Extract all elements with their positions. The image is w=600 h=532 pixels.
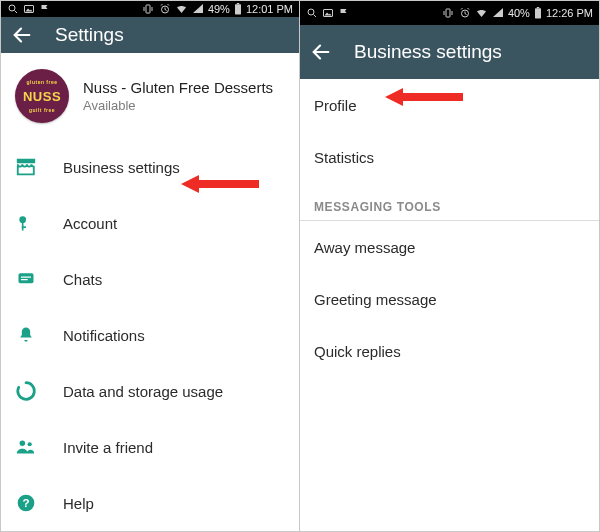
bell-icon (15, 324, 37, 346)
row-business-settings[interactable]: Business settings (1, 139, 299, 195)
svg-rect-4 (146, 5, 150, 13)
people-icon (15, 436, 37, 458)
avatar-text: NUSS (23, 89, 61, 104)
svg-point-28 (308, 9, 314, 15)
row-label: Help (63, 495, 94, 512)
business-settings-list: Profile Statistics MESSAGING TOOLS Away … (300, 79, 599, 377)
vibrate-icon (441, 7, 455, 19)
row-invite[interactable]: Invite a friend (1, 419, 299, 475)
back-button[interactable] (11, 24, 33, 46)
battery-icon (534, 7, 542, 19)
svg-line-38 (461, 8, 463, 10)
svg-rect-32 (446, 9, 450, 17)
chat-icon (15, 268, 37, 290)
svg-line-10 (161, 4, 163, 6)
flag-icon (338, 7, 350, 19)
svg-line-1 (15, 11, 18, 14)
svg-marker-3 (26, 9, 33, 12)
row-quick-replies[interactable]: Quick replies (300, 325, 599, 377)
row-profile[interactable]: Profile (300, 79, 599, 131)
row-label: Invite a friend (63, 439, 153, 456)
battery-icon (234, 3, 242, 15)
svg-point-24 (28, 442, 32, 446)
row-greeting-message[interactable]: Greeting message (300, 273, 599, 325)
search-icon (7, 3, 19, 15)
row-account[interactable]: Account (1, 195, 299, 251)
svg-text:?: ? (22, 496, 29, 509)
section-header-messaging: MESSAGING TOOLS (300, 183, 599, 221)
battery-text: 40% (508, 7, 530, 19)
avatar: gluten free NUSS guilt free (15, 69, 69, 123)
svg-rect-14 (237, 3, 239, 4)
svg-rect-21 (21, 277, 31, 278)
svg-line-11 (167, 4, 169, 6)
key-icon (15, 212, 37, 234)
row-label: Greeting message (314, 291, 437, 308)
row-chats[interactable]: Chats (1, 251, 299, 307)
wifi-icon (175, 3, 188, 15)
alarm-icon (459, 7, 471, 19)
row-away-message[interactable]: Away message (300, 221, 599, 273)
avatar-subtext-top: gluten free (26, 79, 57, 85)
svg-rect-19 (22, 226, 26, 228)
svg-marker-31 (325, 13, 332, 16)
battery-text: 49% (208, 3, 230, 15)
row-label: Account (63, 215, 117, 232)
settings-list: Business settings Account Chats Notifica… (1, 139, 299, 531)
image-icon (23, 3, 35, 15)
row-data-usage[interactable]: Data and storage usage (1, 363, 299, 419)
row-label: Statistics (314, 149, 374, 166)
data-usage-icon (15, 380, 37, 402)
svg-rect-41 (535, 8, 541, 18)
appbar-title: Business settings (354, 41, 502, 63)
row-label: Away message (314, 239, 415, 256)
help-icon: ? (15, 492, 37, 514)
image-icon (322, 7, 334, 19)
app-bar: Business settings (300, 25, 599, 79)
row-statistics[interactable]: Statistics (300, 131, 599, 183)
flag-icon (39, 3, 51, 15)
back-button[interactable] (310, 41, 332, 63)
alarm-icon (159, 3, 171, 15)
svg-rect-20 (19, 273, 34, 283)
vibrate-icon (141, 3, 155, 15)
avatar-subtext-bottom: guilt free (29, 107, 55, 113)
svg-point-23 (20, 441, 25, 447)
search-icon (306, 7, 318, 19)
app-bar: Settings (1, 17, 299, 53)
svg-line-37 (465, 14, 467, 15)
storefront-icon (15, 156, 37, 178)
status-bar: 40% 12:26 PM (300, 1, 599, 25)
row-notifications[interactable]: Notifications (1, 307, 299, 363)
business-settings-screen: 40% 12:26 PM Business settings Profile S… (300, 1, 599, 531)
profile-status: Available (83, 98, 273, 113)
row-label: Quick replies (314, 343, 401, 360)
svg-marker-12 (193, 4, 203, 13)
svg-rect-16 (18, 160, 35, 163)
signal-icon (492, 7, 504, 19)
status-bar: 49% 12:01 PM (1, 1, 299, 17)
clock-text: 12:01 PM (246, 3, 293, 15)
svg-rect-22 (21, 279, 28, 280)
row-label: Chats (63, 271, 102, 288)
row-help[interactable]: ? Help (1, 475, 299, 531)
svg-marker-40 (493, 8, 503, 17)
svg-rect-13 (235, 4, 241, 14)
svg-line-39 (467, 8, 469, 10)
row-label: Profile (314, 97, 357, 114)
svg-point-0 (9, 5, 15, 11)
svg-point-17 (19, 216, 26, 223)
profile-name: Nuss - Gluten Free Desserts (83, 79, 273, 96)
signal-icon (192, 3, 204, 15)
settings-screen: 49% 12:01 PM Settings gluten free NUSS g… (1, 1, 300, 531)
wifi-icon (475, 7, 488, 19)
svg-line-29 (314, 15, 317, 18)
appbar-title: Settings (55, 24, 124, 46)
svg-rect-42 (537, 7, 539, 8)
svg-line-9 (165, 10, 167, 11)
profile-header[interactable]: gluten free NUSS guilt free Nuss - Glute… (1, 53, 299, 139)
row-label: Business settings (63, 159, 180, 176)
row-label: Notifications (63, 327, 145, 344)
clock-text: 12:26 PM (546, 7, 593, 19)
row-label: Data and storage usage (63, 383, 223, 400)
